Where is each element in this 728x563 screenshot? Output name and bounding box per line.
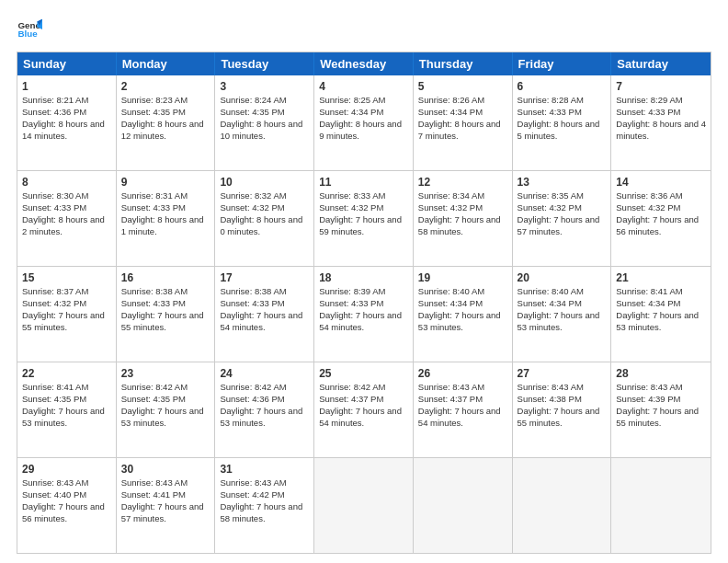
calendar-cell: 1Sunrise: 8:21 AMSunset: 4:36 PMDaylight…: [17, 75, 117, 170]
daylight: Daylight: 8 hours and 0 minutes.: [220, 214, 302, 236]
sunset: Sunset: 4:41 PM: [121, 489, 186, 500]
sunrise: Sunrise: 8:31 AM: [121, 190, 188, 201]
sunrise: Sunrise: 8:43 AM: [22, 477, 88, 488]
daylight: Daylight: 7 hours and 53 minutes.: [121, 406, 204, 428]
calendar-cell: 17Sunrise: 8:38 AMSunset: 4:33 PMDayligh…: [215, 267, 314, 362]
sunrise: Sunrise: 8:38 AM: [121, 286, 188, 296]
daylight: Daylight: 7 hours and 58 minutes.: [418, 214, 501, 236]
day-number: 15: [22, 270, 111, 285]
sunset: Sunset: 4:34 PM: [518, 298, 582, 308]
sunset: Sunset: 4:35 PM: [121, 107, 186, 117]
sunset: Sunset: 4:42 PM: [220, 489, 284, 500]
sunrise: Sunrise: 8:43 AM: [418, 382, 484, 392]
sunrise: Sunrise: 8:41 AM: [22, 382, 88, 392]
calendar-cell: [611, 458, 711, 553]
daylight: Daylight: 7 hours and 54 minutes.: [418, 406, 501, 428]
sunrise: Sunrise: 8:36 AM: [616, 190, 682, 201]
calendar-cell: 14Sunrise: 8:36 AMSunset: 4:32 PMDayligh…: [611, 171, 711, 266]
calendar-cell: 15Sunrise: 8:37 AMSunset: 4:32 PMDayligh…: [17, 267, 117, 362]
daylight: Daylight: 7 hours and 55 minutes.: [121, 310, 204, 332]
day-number: 4: [319, 79, 408, 94]
daylight: Daylight: 7 hours and 55 minutes.: [518, 406, 600, 428]
calendar-cell: 25Sunrise: 8:42 AMSunset: 4:37 PMDayligh…: [314, 362, 414, 457]
calendar-cell: [414, 458, 513, 553]
calendar-cell: 7Sunrise: 8:29 AMSunset: 4:33 PMDaylight…: [611, 75, 711, 170]
sunset: Sunset: 4:40 PM: [22, 489, 86, 500]
sunrise: Sunrise: 8:28 AM: [518, 95, 584, 105]
daylight: Daylight: 8 hours and 1 minute.: [121, 214, 204, 236]
daylight: Daylight: 7 hours and 57 minutes.: [121, 501, 204, 523]
sunset: Sunset: 4:33 PM: [319, 298, 383, 308]
day-number: 17: [220, 270, 309, 285]
daylight: Daylight: 7 hours and 53 minutes.: [418, 310, 501, 332]
calendar-cell: [314, 458, 414, 553]
day-number: 24: [220, 366, 309, 381]
svg-text:Blue: Blue: [17, 29, 38, 39]
sunset: Sunset: 4:32 PM: [616, 202, 680, 213]
daylight: Daylight: 7 hours and 59 minutes.: [319, 214, 402, 236]
daylight: Daylight: 7 hours and 53 minutes.: [22, 406, 105, 428]
daylight: Daylight: 8 hours and 14 minutes.: [22, 119, 105, 141]
calendar-row: 29Sunrise: 8:43 AMSunset: 4:40 PMDayligh…: [17, 457, 711, 553]
sunset: Sunset: 4:32 PM: [319, 202, 383, 213]
daylight: Daylight: 8 hours and 4 minutes.: [616, 119, 706, 141]
sunset: Sunset: 4:35 PM: [22, 394, 86, 404]
calendar-cell: 18Sunrise: 8:39 AMSunset: 4:33 PMDayligh…: [314, 267, 414, 362]
day-number: 25: [319, 366, 408, 381]
daylight: Daylight: 7 hours and 54 minutes.: [319, 406, 402, 428]
daylight: Daylight: 7 hours and 58 minutes.: [220, 501, 302, 523]
calendar-cell: 3Sunrise: 8:24 AMSunset: 4:35 PMDaylight…: [215, 75, 314, 170]
sunset: Sunset: 4:37 PM: [319, 394, 383, 404]
daylight: Daylight: 7 hours and 55 minutes.: [22, 310, 105, 332]
day-number: 28: [616, 366, 706, 381]
calendar-cell: 19Sunrise: 8:40 AMSunset: 4:34 PMDayligh…: [414, 267, 513, 362]
sunset: Sunset: 4:35 PM: [220, 107, 284, 117]
day-number: 5: [418, 79, 507, 94]
header: General Blue: [17, 17, 711, 42]
day-number: 18: [319, 270, 408, 285]
sunrise: Sunrise: 8:24 AM: [220, 95, 286, 105]
daylight: Daylight: 8 hours and 5 minutes.: [518, 119, 600, 141]
calendar-cell: 26Sunrise: 8:43 AMSunset: 4:37 PMDayligh…: [414, 362, 513, 457]
calendar-cell: 21Sunrise: 8:41 AMSunset: 4:34 PMDayligh…: [611, 267, 711, 362]
day-number: 2: [121, 79, 210, 94]
day-number: 21: [616, 270, 706, 285]
day-number: 13: [518, 175, 607, 190]
calendar-cell: 6Sunrise: 8:28 AMSunset: 4:33 PMDaylight…: [513, 75, 612, 170]
calendar-row: 15Sunrise: 8:37 AMSunset: 4:32 PMDayligh…: [17, 266, 711, 362]
calendar: SundayMondayTuesdayWednesdayThursdayFrid…: [17, 52, 711, 554]
daylight: Daylight: 8 hours and 10 minutes.: [220, 119, 302, 141]
calendar-body: 1Sunrise: 8:21 AMSunset: 4:36 PMDaylight…: [17, 75, 711, 553]
sunset: Sunset: 4:33 PM: [22, 202, 86, 213]
sunrise: Sunrise: 8:38 AM: [220, 286, 286, 296]
sunset: Sunset: 4:33 PM: [616, 107, 680, 117]
sunrise: Sunrise: 8:30 AM: [22, 190, 88, 201]
day-number: 14: [616, 175, 706, 190]
calendar-row: 8Sunrise: 8:30 AMSunset: 4:33 PMDaylight…: [17, 170, 711, 266]
weekday-header: Sunday: [17, 52, 117, 75]
day-number: 16: [121, 270, 210, 285]
day-number: 7: [616, 79, 706, 94]
sunrise: Sunrise: 8:43 AM: [121, 477, 188, 488]
sunrise: Sunrise: 8:34 AM: [418, 190, 484, 201]
sunset: Sunset: 4:35 PM: [121, 394, 186, 404]
calendar-row: 1Sunrise: 8:21 AMSunset: 4:36 PMDaylight…: [17, 75, 711, 170]
daylight: Daylight: 7 hours and 55 minutes.: [616, 406, 699, 428]
sunset: Sunset: 4:33 PM: [121, 202, 186, 213]
day-number: 19: [418, 270, 507, 285]
calendar-cell: 22Sunrise: 8:41 AMSunset: 4:35 PMDayligh…: [17, 362, 117, 457]
logo: General Blue: [17, 17, 46, 42]
day-number: 22: [22, 366, 111, 381]
day-number: 29: [22, 462, 111, 477]
calendar-cell: 2Sunrise: 8:23 AMSunset: 4:35 PMDaylight…: [117, 75, 216, 170]
sunrise: Sunrise: 8:25 AM: [319, 95, 385, 105]
sunset: Sunset: 4:38 PM: [518, 394, 582, 404]
calendar-cell: 29Sunrise: 8:43 AMSunset: 4:40 PMDayligh…: [17, 458, 117, 553]
sunset: Sunset: 4:39 PM: [616, 394, 680, 404]
day-number: 3: [220, 79, 309, 94]
daylight: Daylight: 7 hours and 53 minutes.: [220, 406, 302, 428]
calendar-cell: 27Sunrise: 8:43 AMSunset: 4:38 PMDayligh…: [513, 362, 612, 457]
day-number: 31: [220, 462, 309, 477]
sunset: Sunset: 4:32 PM: [22, 298, 86, 308]
sunrise: Sunrise: 8:29 AM: [616, 95, 682, 105]
